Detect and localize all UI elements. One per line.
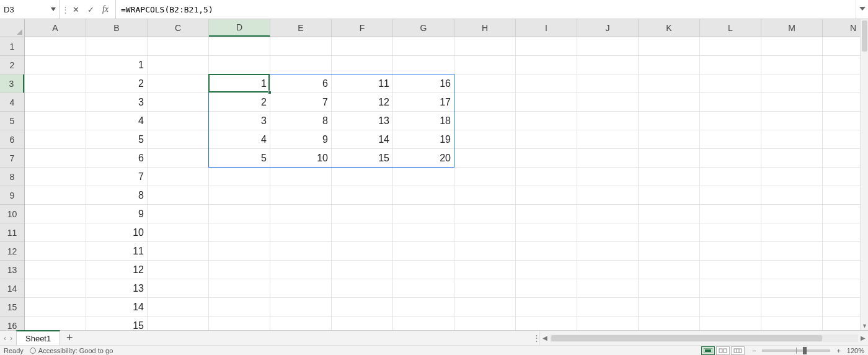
column-header-F[interactable]: F (332, 19, 393, 37)
cell-I4[interactable] (516, 93, 577, 112)
cell-I1[interactable] (516, 37, 577, 56)
cancel-button[interactable]: ✕ (69, 3, 82, 16)
cell-B7[interactable]: 6 (86, 149, 148, 168)
cell-F6[interactable]: 14 (332, 130, 393, 149)
cell-B15[interactable]: 14 (86, 298, 148, 317)
cell-H15[interactable] (454, 298, 516, 317)
cell-M4[interactable] (761, 93, 823, 112)
fill-handle[interactable] (268, 91, 272, 94)
cell-I16[interactable] (516, 317, 577, 330)
cell-I8[interactable] (516, 168, 577, 186)
cell-D1[interactable] (209, 37, 270, 56)
cell-C13[interactable] (148, 261, 209, 279)
cell-A6[interactable] (25, 130, 86, 149)
cell-M6[interactable] (761, 130, 823, 149)
cell-E15[interactable] (270, 298, 332, 317)
cell-K1[interactable] (639, 37, 700, 56)
column-header-D[interactable]: D (209, 19, 270, 37)
scroll-down-arrow-icon[interactable]: ▼ (861, 321, 868, 330)
cell-B14[interactable]: 13 (86, 279, 148, 298)
cell-E14[interactable] (270, 279, 332, 298)
cell-A5[interactable] (25, 112, 86, 130)
cell-L10[interactable] (700, 205, 761, 223)
vertical-scrollbar[interactable]: ▼ (860, 19, 868, 330)
cell-K8[interactable] (639, 168, 700, 186)
cell-D8[interactable] (209, 168, 270, 186)
zoom-percent-label[interactable]: 120% (847, 347, 864, 354)
cell-D15[interactable] (209, 298, 270, 317)
cell-E12[interactable] (270, 242, 332, 261)
cell-K12[interactable] (639, 242, 700, 261)
cell-J10[interactable] (577, 205, 639, 223)
cell-G2[interactable] (393, 56, 454, 74)
cell-I11[interactable] (516, 223, 577, 242)
cell-H10[interactable] (454, 205, 516, 223)
cell-M2[interactable] (761, 56, 823, 74)
cell-J7[interactable] (577, 149, 639, 168)
zoom-slider-knob[interactable] (803, 347, 807, 354)
cell-K11[interactable] (639, 223, 700, 242)
cell-D5[interactable]: 3 (209, 112, 270, 130)
cell-H12[interactable] (454, 242, 516, 261)
cell-D4[interactable]: 2 (209, 93, 270, 112)
cell-J14[interactable] (577, 279, 639, 298)
cell-M5[interactable] (761, 112, 823, 130)
cell-C2[interactable] (148, 56, 209, 74)
cell-I2[interactable] (516, 56, 577, 74)
cell-L3[interactable] (700, 74, 761, 93)
cell-M11[interactable] (761, 223, 823, 242)
row-header-14[interactable]: 14 (0, 279, 24, 298)
cell-H8[interactable] (454, 168, 516, 186)
cell-H1[interactable] (454, 37, 516, 56)
horizontal-scrollbar[interactable]: ◀ ▶ (539, 331, 868, 345)
cell-K2[interactable] (639, 56, 700, 74)
column-header-K[interactable]: K (639, 19, 700, 37)
row-header-6[interactable]: 6 (0, 130, 24, 149)
cell-L11[interactable] (700, 223, 761, 242)
cell-A14[interactable] (25, 279, 86, 298)
cell-M12[interactable] (761, 242, 823, 261)
cell-F13[interactable] (332, 261, 393, 279)
cell-H16[interactable] (454, 317, 516, 330)
cell-K15[interactable] (639, 298, 700, 317)
cell-G16[interactable] (393, 317, 454, 330)
hscroll-track[interactable] (550, 335, 858, 342)
cell-K14[interactable] (639, 279, 700, 298)
cell-M15[interactable] (761, 298, 823, 317)
cell-L7[interactable] (700, 149, 761, 168)
cell-B6[interactable]: 5 (86, 130, 148, 149)
cell-D11[interactable] (209, 223, 270, 242)
page-break-view-button[interactable] (731, 346, 745, 355)
cell-A15[interactable] (25, 298, 86, 317)
row-header-15[interactable]: 15 (0, 298, 24, 317)
cell-J6[interactable] (577, 130, 639, 149)
select-all-button[interactable] (0, 19, 25, 37)
cell-K3[interactable] (639, 74, 700, 93)
cell-G13[interactable] (393, 261, 454, 279)
cell-B11[interactable]: 10 (86, 223, 148, 242)
row-header-7[interactable]: 7 (0, 149, 24, 168)
cell-C1[interactable] (148, 37, 209, 56)
column-header-L[interactable]: L (700, 19, 761, 37)
cell-C11[interactable] (148, 223, 209, 242)
cell-F8[interactable] (332, 168, 393, 186)
cell-C4[interactable] (148, 93, 209, 112)
row-header-1[interactable]: 1 (0, 37, 24, 56)
accessibility-status[interactable]: Accessibility: Good to go (30, 347, 113, 354)
cell-D14[interactable] (209, 279, 270, 298)
cell-G4[interactable]: 17 (393, 93, 454, 112)
cell-L2[interactable] (700, 56, 761, 74)
cell-B3[interactable]: 2 (86, 74, 148, 93)
vertical-scroll-thumb[interactable] (862, 20, 867, 52)
cell-A2[interactable] (25, 56, 86, 74)
cell-F4[interactable]: 12 (332, 93, 393, 112)
cell-K16[interactable] (639, 317, 700, 330)
cell-L13[interactable] (700, 261, 761, 279)
cell-J11[interactable] (577, 223, 639, 242)
cell-L8[interactable] (700, 168, 761, 186)
cell-A10[interactable] (25, 205, 86, 223)
cell-G11[interactable] (393, 223, 454, 242)
cell-F1[interactable] (332, 37, 393, 56)
row-header-11[interactable]: 11 (0, 223, 24, 242)
cell-M10[interactable] (761, 205, 823, 223)
